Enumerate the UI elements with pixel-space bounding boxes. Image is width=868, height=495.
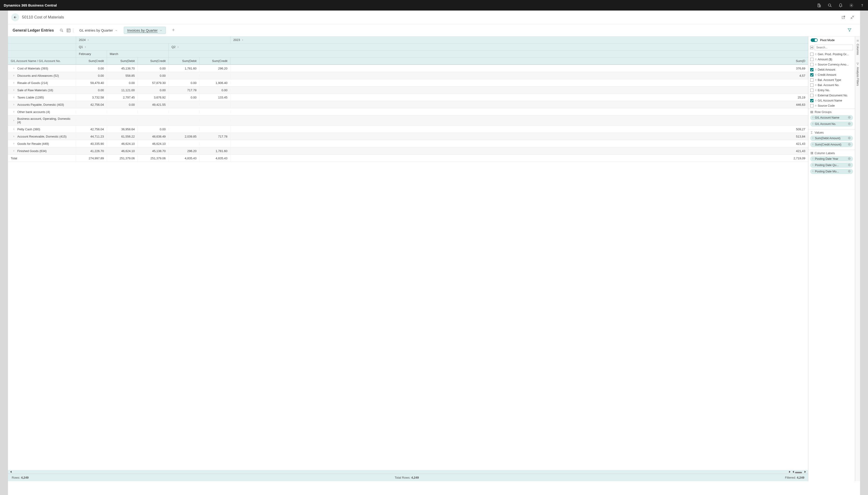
bell-icon[interactable] xyxy=(838,3,843,7)
table-row[interactable]: Resale of Goods (214)59,479.400.0057,879… xyxy=(8,79,808,87)
chevron-right-icon[interactable] xyxy=(13,142,15,145)
field-item[interactable]: ⠿G/L Account Name xyxy=(810,98,853,103)
field-item[interactable]: ⠿External Document No. xyxy=(810,93,853,98)
table-row[interactable]: Taxes Liable (1285)3,732.582,797.453,676… xyxy=(8,94,808,101)
field-checkbox[interactable] xyxy=(810,89,814,92)
drag-handle-icon[interactable]: ⠿ xyxy=(812,170,814,173)
drag-handle-icon[interactable]: ⠿ xyxy=(812,117,814,119)
row-group-pill[interactable]: ⠿G/L Account Name xyxy=(810,115,853,120)
field-item[interactable]: ⠿Gen. Prod. Posting Gr... xyxy=(810,52,853,57)
chevron-right-icon[interactable] xyxy=(13,74,15,77)
drag-handle-icon[interactable]: ⠿ xyxy=(812,123,814,125)
horizontal-scrollbar[interactable] xyxy=(8,470,808,474)
chevron-right-icon[interactable] xyxy=(13,150,15,152)
table-row[interactable]: Petty Cash (380)42,756.0436,958.640.0050… xyxy=(8,126,808,133)
column-label-pill[interactable]: ⠿Posting Date Qu... xyxy=(810,163,853,168)
tab-gl-entries[interactable]: GL entries by Quarter xyxy=(76,27,121,34)
drag-handle-icon[interactable]: ⠿ xyxy=(815,69,816,71)
value-pill[interactable]: ⠿Sum(Debit Amount) xyxy=(810,136,853,141)
chevron-right-icon[interactable] xyxy=(13,82,15,84)
column-label-pill[interactable]: ⠿Posting Date Mo... xyxy=(810,169,853,174)
drag-handle-icon[interactable]: ⠿ xyxy=(815,94,816,97)
field-search-input[interactable] xyxy=(815,45,853,50)
drag-handle-icon[interactable]: ⠿ xyxy=(815,84,816,87)
back-button[interactable] xyxy=(11,13,19,21)
field-checkbox[interactable] xyxy=(810,79,814,82)
field-item[interactable]: ⠿Bal. Account No. xyxy=(810,83,853,88)
table-row[interactable]: Goods for Resale (449)40,335.9046,624.10… xyxy=(8,140,808,147)
field-checkbox[interactable] xyxy=(810,94,814,97)
search-list-icon[interactable] xyxy=(59,28,64,33)
layout-icon[interactable] xyxy=(66,28,71,33)
search-icon[interactable] xyxy=(828,3,832,7)
drag-handle-icon[interactable]: ⠿ xyxy=(815,105,816,107)
collapse-icon[interactable] xyxy=(850,15,854,19)
vert-tab-filters[interactable]: Analysis Filters xyxy=(856,61,860,87)
chevron-right-icon[interactable] xyxy=(13,67,15,69)
chevron-right-icon[interactable] xyxy=(13,128,15,130)
drag-handle-icon[interactable]: ⠿ xyxy=(815,58,816,61)
field-item[interactable]: ⠿Source Currency Amo... xyxy=(810,62,853,67)
drag-handle-icon[interactable]: ⠿ xyxy=(812,158,814,160)
remove-button[interactable] xyxy=(848,122,851,126)
share-icon[interactable] xyxy=(841,15,846,19)
field-checkbox[interactable] xyxy=(810,99,814,102)
field-checkbox[interactable] xyxy=(810,84,814,87)
year-2023-header[interactable]: 2023 xyxy=(230,36,808,43)
q2-header[interactable]: Q2 xyxy=(168,44,808,50)
table-row[interactable]: Cost of Materials (393)0.0045,138.700.00… xyxy=(8,65,808,72)
table-row[interactable]: Business account, Operating, Domestic (4… xyxy=(8,116,808,126)
chevron-right-icon[interactable] xyxy=(13,96,15,99)
chevron-right-icon[interactable] xyxy=(13,135,15,138)
column-label-pill[interactable]: ⠿Posting Date Year xyxy=(810,156,853,161)
remove-button[interactable] xyxy=(848,164,851,167)
drag-handle-icon[interactable]: ⠿ xyxy=(815,99,816,102)
drag-handle-icon[interactable]: ⠿ xyxy=(812,164,814,166)
field-item[interactable]: ⠿Entry No. xyxy=(810,88,853,93)
chevron-right-icon[interactable] xyxy=(13,103,15,106)
drag-handle-icon[interactable]: ⠿ xyxy=(815,63,816,66)
field-item[interactable]: ⠿Debit Amount xyxy=(810,67,853,72)
row-group-pill[interactable]: ⠿G/L Account No. xyxy=(810,121,853,126)
remove-button[interactable] xyxy=(848,143,851,146)
field-item[interactable]: ⠿Credit Amount xyxy=(810,72,853,78)
field-checkbox[interactable] xyxy=(810,104,814,107)
drag-handle-icon[interactable]: ⠿ xyxy=(812,137,814,139)
drag-handle-icon[interactable]: ⠿ xyxy=(815,79,816,81)
table-row[interactable]: Accounts Payable, Domestic (403)42,756.0… xyxy=(8,101,808,108)
table-row[interactable]: Other bank accounts (4) xyxy=(8,108,808,116)
drag-handle-icon[interactable]: ⠿ xyxy=(812,143,814,146)
field-item[interactable]: ⠿Source Code xyxy=(810,103,853,108)
value-pill[interactable]: ⠿Sum(Credit Amount) xyxy=(810,142,853,147)
drag-handle-icon[interactable]: ⠿ xyxy=(815,74,816,76)
table-row[interactable]: Sale of Raw Materials (16)0.0011,121.000… xyxy=(8,87,808,94)
add-tab-button[interactable] xyxy=(171,28,175,33)
field-checkbox[interactable] xyxy=(810,68,814,71)
tab-invoices[interactable]: Invoices by Quarter xyxy=(124,27,166,34)
gear-icon[interactable] xyxy=(849,3,853,7)
table-row[interactable]: Account Receivable, Domestic (415)44,711… xyxy=(8,133,808,140)
collapse-all-button[interactable] xyxy=(810,46,813,49)
drag-handle-icon[interactable]: ⠿ xyxy=(815,89,816,92)
year-2024-header[interactable]: 2024 xyxy=(76,36,230,43)
remove-button[interactable] xyxy=(848,170,851,173)
field-checkbox[interactable] xyxy=(810,58,814,61)
filter-button[interactable] xyxy=(847,28,855,33)
field-checkbox[interactable] xyxy=(810,73,814,76)
field-item[interactable]: ⠿Amount ($) xyxy=(810,57,853,62)
remove-button[interactable] xyxy=(848,137,851,140)
vert-tab-columns[interactable]: Columns xyxy=(856,38,860,56)
table-row[interactable]: Discounts and Allowances (52)0.00558.850… xyxy=(8,72,808,79)
field-checkbox[interactable] xyxy=(810,63,814,66)
remove-button[interactable] xyxy=(848,157,851,160)
field-checkbox[interactable] xyxy=(810,53,814,56)
chevron-right-icon[interactable] xyxy=(13,119,15,122)
building-icon[interactable] xyxy=(817,3,821,7)
field-item[interactable]: ⠿Bal. Account Type xyxy=(810,78,853,83)
q1-header[interactable]: Q1 xyxy=(76,44,168,50)
table-row[interactable]: Finished Goods (634)41,226.7046,624.1045… xyxy=(8,147,808,155)
pivot-mode-toggle[interactable] xyxy=(811,38,818,42)
help-icon[interactable] xyxy=(860,3,864,7)
remove-button[interactable] xyxy=(848,116,851,119)
chevron-right-icon[interactable] xyxy=(13,89,15,91)
